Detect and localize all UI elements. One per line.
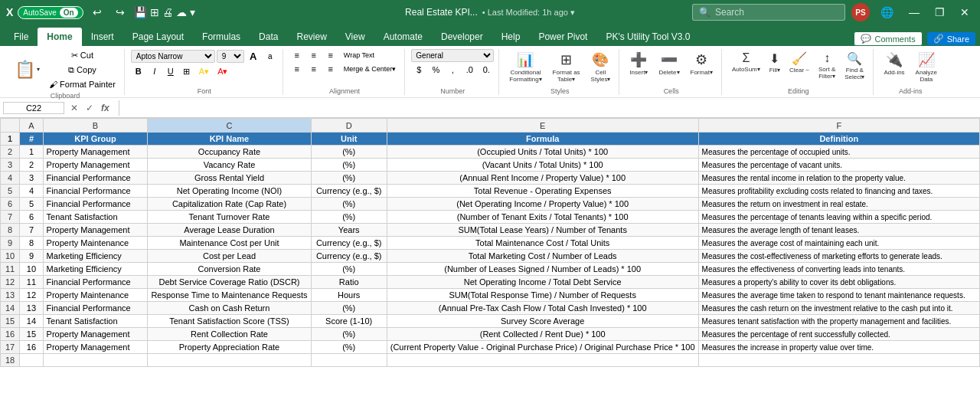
- restore-button[interactable]: ❐: [930, 5, 949, 20]
- fill-button[interactable]: ⬇ Fill▾: [766, 49, 784, 83]
- cell-e[interactable]: (Occupied Units / Total Units) * 100: [387, 146, 698, 159]
- conditional-formatting-button[interactable]: 📊 ConditionalFormatting▾: [505, 49, 545, 85]
- cell-c[interactable]: Rent Collection Rate: [148, 328, 311, 341]
- cell-d[interactable]: Years: [311, 224, 387, 237]
- globe-button[interactable]: 🌐: [876, 5, 898, 20]
- grid-icon[interactable]: ⊞: [150, 6, 159, 18]
- align-bottom-left[interactable]: ≡: [289, 63, 305, 75]
- tab-view[interactable]: View: [336, 28, 374, 46]
- formula-confirm-icon[interactable]: ✓: [83, 102, 96, 114]
- cell-f[interactable]: Measures the increase in property value …: [698, 341, 979, 354]
- cell-e[interactable]: SUM(Total Response Time) / Number of Req…: [387, 289, 698, 302]
- font-size-select[interactable]: 9: [217, 50, 244, 63]
- bold-button[interactable]: B: [131, 65, 146, 78]
- tab-formulas[interactable]: Formulas: [193, 28, 250, 46]
- autosave-toggle[interactable]: On: [60, 8, 78, 18]
- cell-f[interactable]: Measures the percentage of rent successf…: [698, 328, 979, 341]
- redo-button[interactable]: ↪: [111, 5, 129, 20]
- undo-button[interactable]: ↩: [88, 5, 106, 20]
- cell-d[interactable]: Score (1-10): [311, 315, 387, 328]
- format-table-button[interactable]: ⊞ Format asTable▾: [549, 49, 584, 85]
- cell-f[interactable]: Measures the cost-effectiveness of marke…: [698, 250, 979, 263]
- percent-button[interactable]: %: [428, 64, 443, 76]
- cell-c[interactable]: Net Operating Income (NOI): [148, 185, 311, 198]
- col-header-e[interactable]: E: [387, 119, 698, 133]
- tab-file[interactable]: File: [5, 28, 38, 46]
- cell-b[interactable]: Property Management: [43, 146, 148, 159]
- paste-button[interactable]: 📋 ▾: [11, 57, 44, 82]
- cell-b[interactable]: Marketing Efficiency: [43, 250, 148, 263]
- cell-a[interactable]: 5: [20, 198, 43, 211]
- align-bottom-center[interactable]: ≡: [306, 63, 322, 75]
- cell-reference-input[interactable]: [3, 102, 64, 114]
- cell-b[interactable]: Property Maintenance: [43, 289, 148, 302]
- cell-b[interactable]: Financial Performance: [43, 185, 148, 198]
- cell-f[interactable]: Measures the average length of tenant le…: [698, 224, 979, 237]
- font-family-select[interactable]: Aptos Narrow: [131, 50, 215, 63]
- header-formula[interactable]: Formula: [387, 133, 698, 146]
- wrap-text-button[interactable]: Wrap Text: [340, 49, 378, 61]
- cell-d[interactable]: (%): [311, 172, 387, 185]
- cell-a[interactable]: 1: [20, 146, 43, 159]
- cell-e[interactable]: (Annual Rent Income / Property Value) * …: [387, 172, 698, 185]
- cell-a[interactable]: 14: [20, 315, 43, 328]
- format-painter-button[interactable]: 🖌 Format Painter: [45, 78, 119, 90]
- formula-fx-icon[interactable]: fx: [98, 102, 113, 114]
- find-select-button[interactable]: 🔍 Find &Select▾: [841, 49, 868, 83]
- currency-button[interactable]: $: [411, 64, 426, 76]
- merge-center-button[interactable]: Merge & Center▾: [340, 63, 400, 75]
- insert-button[interactable]: ➕ Insert▾: [626, 49, 652, 78]
- cell-b[interactable]: Property Management: [43, 224, 148, 237]
- align-top-center[interactable]: ≡: [306, 49, 322, 61]
- cell-b[interactable]: Financial Performance: [43, 198, 148, 211]
- cell-styles-button[interactable]: 🎨 CellStyles▾: [587, 49, 615, 85]
- cell-d[interactable]: Currency (e.g., $): [311, 237, 387, 250]
- cell-d[interactable]: Currency (e.g., $): [311, 250, 387, 263]
- cell-d[interactable]: (%): [311, 146, 387, 159]
- save-icon[interactable]: 💾: [134, 6, 147, 18]
- search-box[interactable]: 🔍 Search: [692, 4, 845, 21]
- tab-page-layout[interactable]: Page Layout: [123, 28, 193, 46]
- italic-button[interactable]: I: [147, 65, 162, 78]
- col-header-f[interactable]: F: [698, 119, 979, 133]
- cell-a[interactable]: 2: [20, 159, 43, 172]
- cell-e[interactable]: Total Marketing Cost / Number of Leads: [387, 250, 698, 263]
- cell-d[interactable]: (%): [311, 302, 387, 315]
- font-color-button[interactable]: A▾: [214, 65, 231, 78]
- cell-c[interactable]: Maintenance Cost per Unit: [148, 237, 311, 250]
- cell-c[interactable]: Capitalization Rate (Cap Rate): [148, 198, 311, 211]
- cell-c[interactable]: Occupancy Rate: [148, 146, 311, 159]
- cell-c[interactable]: Tenant Turnover Rate: [148, 211, 311, 224]
- profile-avatar[interactable]: PS: [851, 3, 870, 21]
- header-kpi-name[interactable]: KPI Name: [148, 133, 311, 146]
- cell-e[interactable]: (Current Property Value - Original Purch…: [387, 341, 698, 354]
- formula-input[interactable]: [126, 103, 977, 113]
- header-kpi-group[interactable]: KPI Group: [43, 133, 148, 146]
- cell-f[interactable]: Measures the cash return on the investme…: [698, 302, 979, 315]
- cell-b[interactable]: Tenant Satisfaction: [43, 211, 148, 224]
- cell-f[interactable]: Measures tenant satisfaction with the pr…: [698, 315, 979, 328]
- autosum-button[interactable]: Σ AutoSum▾: [728, 49, 764, 83]
- col-header-d[interactable]: D: [311, 119, 387, 133]
- cell-f[interactable]: Measures a property's ability to cover i…: [698, 276, 979, 289]
- cell-c[interactable]: Vacancy Rate: [148, 159, 311, 172]
- decrease-decimal[interactable]: 0.: [479, 64, 494, 76]
- tab-home[interactable]: Home: [38, 28, 81, 46]
- align-bottom-right[interactable]: ≡: [323, 63, 338, 75]
- cell-e[interactable]: Survey Score Average: [387, 315, 698, 328]
- cell-d[interactable]: Ratio: [311, 276, 387, 289]
- cell-a[interactable]: 3: [20, 172, 43, 185]
- cell-d[interactable]: (%): [311, 198, 387, 211]
- cell-c[interactable]: Conversion Rate: [148, 263, 311, 276]
- cell-c[interactable]: Debt Service Coverage Ratio (DSCR): [148, 276, 311, 289]
- cell-c[interactable]: Gross Rental Yield: [148, 172, 311, 185]
- cell-a[interactable]: 15: [20, 328, 43, 341]
- close-button[interactable]: ✕: [956, 5, 974, 20]
- fill-color-button[interactable]: A▾: [195, 65, 213, 78]
- cell-a[interactable]: 16: [20, 341, 43, 354]
- increase-font-button[interactable]: A: [246, 49, 261, 64]
- cell-a[interactable]: 7: [20, 224, 43, 237]
- cell-d[interactable]: (%): [311, 328, 387, 341]
- tab-developer[interactable]: Developer: [432, 28, 492, 46]
- col-header-c[interactable]: C: [148, 119, 311, 133]
